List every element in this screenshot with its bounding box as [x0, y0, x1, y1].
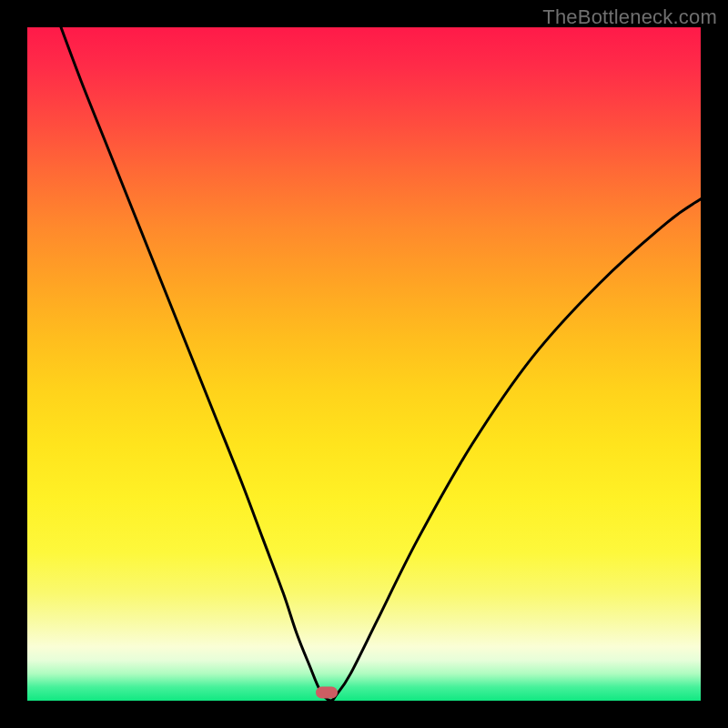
watermark-text: TheBottleneck.com	[542, 5, 717, 29]
chart-frame: TheBottleneck.com	[0, 0, 728, 728]
curve-svg	[27, 27, 701, 701]
plot-area	[27, 27, 701, 701]
bottleneck-curve	[61, 27, 701, 701]
optimum-marker	[316, 687, 338, 699]
